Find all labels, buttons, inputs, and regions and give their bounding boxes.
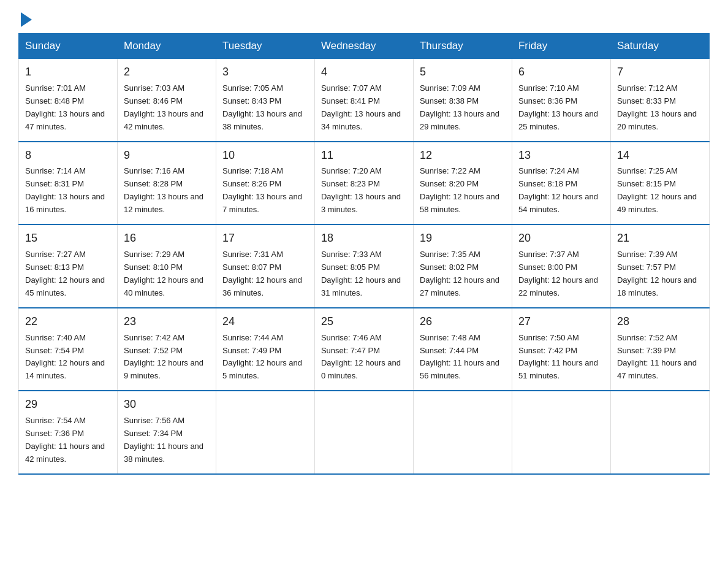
day-info: Sunrise: 7:56 AMSunset: 7:34 PMDaylight:… xyxy=(124,416,203,464)
weekday-header-sunday: Sunday xyxy=(19,34,118,59)
day-info: Sunrise: 7:25 AMSunset: 8:15 PMDaylight:… xyxy=(617,166,697,214)
day-info: Sunrise: 7:10 AMSunset: 8:36 PMDaylight:… xyxy=(518,83,598,131)
calendar-cell: 26 Sunrise: 7:48 AMSunset: 7:44 PMDaylig… xyxy=(413,308,512,391)
day-info: Sunrise: 7:24 AMSunset: 8:18 PMDaylight:… xyxy=(518,166,598,214)
day-number: 30 xyxy=(124,396,210,413)
day-number: 20 xyxy=(518,230,604,247)
weekday-header-wednesday: Wednesday xyxy=(314,34,413,59)
day-number: 23 xyxy=(124,313,210,331)
day-number: 21 xyxy=(617,230,703,247)
day-info: Sunrise: 7:31 AMSunset: 8:07 PMDaylight:… xyxy=(222,250,302,297)
weekday-header-thursday: Thursday xyxy=(413,34,512,59)
calendar-cell: 24 Sunrise: 7:44 AMSunset: 7:49 PMDaylig… xyxy=(216,308,314,391)
day-info: Sunrise: 7:35 AMSunset: 8:02 PMDaylight:… xyxy=(420,250,499,297)
calendar-cell: 27 Sunrise: 7:50 AMSunset: 7:42 PMDaylig… xyxy=(512,308,610,391)
calendar-week-row: 8 Sunrise: 7:14 AMSunset: 8:31 PMDayligh… xyxy=(19,142,710,225)
calendar-cell: 23 Sunrise: 7:42 AMSunset: 7:52 PMDaylig… xyxy=(117,308,216,391)
calendar-cell xyxy=(610,391,709,474)
day-info: Sunrise: 7:29 AMSunset: 8:10 PMDaylight:… xyxy=(124,250,203,297)
day-number: 5 xyxy=(420,64,506,81)
weekday-header-monday: Monday xyxy=(117,34,216,59)
day-info: Sunrise: 7:12 AMSunset: 8:33 PMDaylight:… xyxy=(617,83,697,131)
weekday-header-friday: Friday xyxy=(512,34,610,59)
day-number: 2 xyxy=(124,64,210,81)
day-info: Sunrise: 7:27 AMSunset: 8:13 PMDaylight:… xyxy=(25,250,105,297)
day-number: 12 xyxy=(420,147,506,164)
calendar-week-row: 1 Sunrise: 7:01 AMSunset: 8:48 PMDayligh… xyxy=(19,59,710,142)
day-info: Sunrise: 7:18 AMSunset: 8:26 PMDaylight:… xyxy=(222,166,302,214)
weekday-header-saturday: Saturday xyxy=(610,34,709,59)
calendar-cell: 30 Sunrise: 7:56 AMSunset: 7:34 PMDaylig… xyxy=(117,391,216,474)
day-info: Sunrise: 7:33 AMSunset: 8:05 PMDaylight:… xyxy=(321,250,401,297)
day-number: 6 xyxy=(518,64,604,81)
calendar-cell: 20 Sunrise: 7:37 AMSunset: 8:00 PMDaylig… xyxy=(512,224,610,308)
day-info: Sunrise: 7:07 AMSunset: 8:41 PMDaylight:… xyxy=(321,83,401,131)
day-info: Sunrise: 7:22 AMSunset: 8:20 PMDaylight:… xyxy=(420,166,499,214)
day-info: Sunrise: 7:03 AMSunset: 8:46 PMDaylight:… xyxy=(124,83,203,131)
calendar-cell: 5 Sunrise: 7:09 AMSunset: 8:38 PMDayligh… xyxy=(413,59,512,142)
calendar-cell: 2 Sunrise: 7:03 AMSunset: 8:46 PMDayligh… xyxy=(117,59,216,142)
calendar-cell: 10 Sunrise: 7:18 AMSunset: 8:26 PMDaylig… xyxy=(216,142,314,225)
day-number: 27 xyxy=(518,313,604,331)
day-info: Sunrise: 7:01 AMSunset: 8:48 PMDaylight:… xyxy=(25,83,105,131)
calendar-cell: 25 Sunrise: 7:46 AMSunset: 7:47 PMDaylig… xyxy=(314,308,413,391)
day-info: Sunrise: 7:14 AMSunset: 8:31 PMDaylight:… xyxy=(25,166,105,214)
day-info: Sunrise: 7:54 AMSunset: 7:36 PMDaylight:… xyxy=(25,416,105,464)
day-number: 17 xyxy=(222,230,308,247)
calendar-cell: 13 Sunrise: 7:24 AMSunset: 8:18 PMDaylig… xyxy=(512,142,610,225)
day-info: Sunrise: 7:48 AMSunset: 7:44 PMDaylight:… xyxy=(420,333,499,381)
calendar-cell: 9 Sunrise: 7:16 AMSunset: 8:28 PMDayligh… xyxy=(117,142,216,225)
day-info: Sunrise: 7:42 AMSunset: 7:52 PMDaylight:… xyxy=(124,333,203,381)
day-number: 13 xyxy=(518,147,604,164)
calendar-week-row: 22 Sunrise: 7:40 AMSunset: 7:54 PMDaylig… xyxy=(19,308,710,391)
day-info: Sunrise: 7:16 AMSunset: 8:28 PMDaylight:… xyxy=(124,166,203,214)
calendar-week-row: 15 Sunrise: 7:27 AMSunset: 8:13 PMDaylig… xyxy=(19,224,710,308)
day-number: 11 xyxy=(321,147,407,164)
calendar-cell: 28 Sunrise: 7:52 AMSunset: 7:39 PMDaylig… xyxy=(610,308,709,391)
calendar-cell: 21 Sunrise: 7:39 AMSunset: 7:57 PMDaylig… xyxy=(610,224,709,308)
calendar-cell: 14 Sunrise: 7:25 AMSunset: 8:15 PMDaylig… xyxy=(610,142,709,225)
calendar-cell: 29 Sunrise: 7:54 AMSunset: 7:36 PMDaylig… xyxy=(19,391,118,474)
calendar-cell: 4 Sunrise: 7:07 AMSunset: 8:41 PMDayligh… xyxy=(314,59,413,142)
calendar-cell: 8 Sunrise: 7:14 AMSunset: 8:31 PMDayligh… xyxy=(19,142,118,225)
day-info: Sunrise: 7:37 AMSunset: 8:00 PMDaylight:… xyxy=(518,250,598,297)
day-info: Sunrise: 7:46 AMSunset: 7:47 PMDaylight:… xyxy=(321,333,401,381)
calendar-week-row: 29 Sunrise: 7:54 AMSunset: 7:36 PMDaylig… xyxy=(19,391,710,474)
day-number: 1 xyxy=(25,64,111,81)
day-info: Sunrise: 7:44 AMSunset: 7:49 PMDaylight:… xyxy=(222,333,302,381)
calendar-table: SundayMondayTuesdayWednesdayThursdayFrid… xyxy=(18,33,710,475)
day-number: 19 xyxy=(420,230,506,247)
day-info: Sunrise: 7:52 AMSunset: 7:39 PMDaylight:… xyxy=(617,333,697,381)
calendar-cell: 3 Sunrise: 7:05 AMSunset: 8:43 PMDayligh… xyxy=(216,59,314,142)
weekday-header-row: SundayMondayTuesdayWednesdayThursdayFrid… xyxy=(19,34,710,59)
calendar-cell: 17 Sunrise: 7:31 AMSunset: 8:07 PMDaylig… xyxy=(216,224,314,308)
calendar-cell: 6 Sunrise: 7:10 AMSunset: 8:36 PMDayligh… xyxy=(512,59,610,142)
calendar-cell: 19 Sunrise: 7:35 AMSunset: 8:02 PMDaylig… xyxy=(413,224,512,308)
day-number: 14 xyxy=(617,147,703,164)
day-number: 25 xyxy=(321,313,407,331)
day-number: 7 xyxy=(617,64,703,81)
weekday-header-tuesday: Tuesday xyxy=(216,34,314,59)
day-number: 22 xyxy=(25,313,111,331)
day-number: 24 xyxy=(222,313,308,331)
page-header xyxy=(18,12,710,27)
day-number: 3 xyxy=(222,64,308,81)
day-info: Sunrise: 7:50 AMSunset: 7:42 PMDaylight:… xyxy=(518,333,598,381)
day-number: 26 xyxy=(420,313,506,331)
logo xyxy=(18,12,32,27)
day-number: 18 xyxy=(321,230,407,247)
day-info: Sunrise: 7:09 AMSunset: 8:38 PMDaylight:… xyxy=(420,83,499,131)
day-number: 10 xyxy=(222,147,308,164)
calendar-cell: 18 Sunrise: 7:33 AMSunset: 8:05 PMDaylig… xyxy=(314,224,413,308)
calendar-cell: 15 Sunrise: 7:27 AMSunset: 8:13 PMDaylig… xyxy=(19,224,118,308)
calendar-cell: 1 Sunrise: 7:01 AMSunset: 8:48 PMDayligh… xyxy=(19,59,118,142)
calendar-cell xyxy=(314,391,413,474)
calendar-cell: 11 Sunrise: 7:20 AMSunset: 8:23 PMDaylig… xyxy=(314,142,413,225)
calendar-cell: 22 Sunrise: 7:40 AMSunset: 7:54 PMDaylig… xyxy=(19,308,118,391)
calendar-cell: 7 Sunrise: 7:12 AMSunset: 8:33 PMDayligh… xyxy=(610,59,709,142)
calendar-cell: 12 Sunrise: 7:22 AMSunset: 8:20 PMDaylig… xyxy=(413,142,512,225)
calendar-cell xyxy=(512,391,610,474)
day-number: 4 xyxy=(321,64,407,81)
day-number: 8 xyxy=(25,147,111,164)
day-number: 9 xyxy=(124,147,210,164)
